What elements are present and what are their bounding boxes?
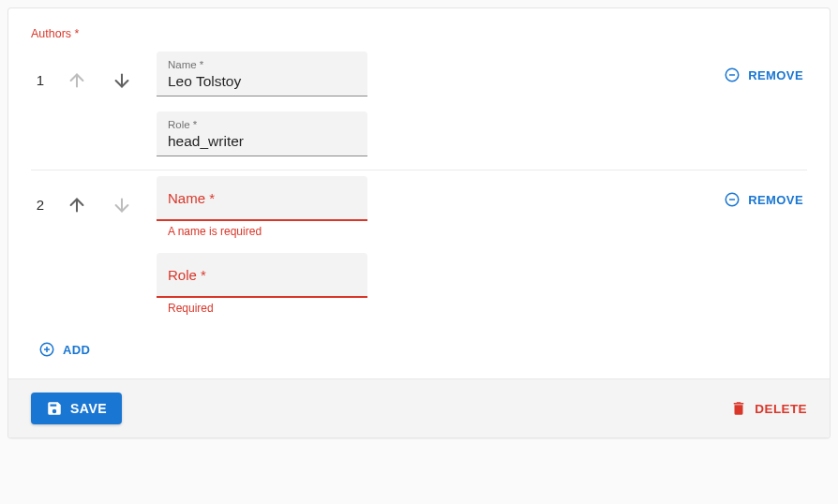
row-fields: Name * A name is required Role * Require… bbox=[157, 176, 720, 315]
card-body: Authors * 1 Name * bbox=[8, 8, 830, 378]
error-text: Required bbox=[157, 298, 367, 315]
remove-circle-icon bbox=[724, 67, 741, 83]
move-down-button bbox=[108, 191, 136, 219]
name-field-box[interactable]: Name * bbox=[157, 52, 367, 96]
delete-label: DELETE bbox=[755, 402, 807, 416]
reorder-controls bbox=[63, 52, 136, 95]
row-index: 1 bbox=[31, 52, 50, 88]
save-icon bbox=[46, 400, 63, 417]
move-up-button bbox=[63, 67, 91, 95]
field-label: Name * bbox=[168, 190, 356, 207]
name-field-box[interactable]: Name * bbox=[157, 176, 367, 221]
arrow-up-icon bbox=[67, 70, 87, 91]
name-field: Name * bbox=[157, 52, 367, 96]
save-label: SAVE bbox=[70, 401, 107, 416]
field-label: Role * bbox=[168, 267, 356, 284]
section-label: Authors * bbox=[31, 27, 807, 40]
remove-column: REMOVE bbox=[720, 52, 807, 89]
add-row: ADD bbox=[31, 328, 807, 371]
remove-column: REMOVE bbox=[720, 176, 807, 214]
delete-button[interactable]: DELETE bbox=[730, 400, 807, 417]
move-up-button[interactable] bbox=[63, 191, 91, 219]
role-field: Role * Required bbox=[157, 253, 367, 315]
add-label: ADD bbox=[63, 343, 90, 357]
remove-button[interactable]: REMOVE bbox=[720, 61, 807, 89]
move-down-button[interactable] bbox=[108, 67, 136, 95]
add-button[interactable]: ADD bbox=[35, 335, 94, 363]
role-field: Role * bbox=[157, 111, 367, 156]
reorder-controls bbox=[63, 176, 136, 219]
role-field-box[interactable]: Role * bbox=[157, 111, 367, 156]
arrow-down-icon bbox=[112, 195, 132, 215]
remove-circle-icon bbox=[724, 191, 741, 208]
remove-button[interactable]: REMOVE bbox=[720, 185, 807, 214]
form-card: Authors * 1 Name * bbox=[7, 7, 831, 438]
field-label: Role * bbox=[168, 119, 356, 132]
arrow-down-icon bbox=[112, 70, 132, 91]
trash-icon bbox=[730, 400, 747, 417]
author-row: 2 Name * A name is required bbox=[31, 170, 807, 328]
field-label: Name * bbox=[168, 59, 356, 72]
arrow-up-icon bbox=[67, 195, 87, 215]
remove-label: REMOVE bbox=[748, 193, 803, 207]
remove-label: REMOVE bbox=[748, 68, 803, 82]
row-fields: Name * Role * bbox=[157, 52, 720, 156]
row-index: 2 bbox=[31, 176, 50, 213]
save-button[interactable]: SAVE bbox=[31, 393, 122, 424]
name-input[interactable] bbox=[168, 73, 356, 90]
form-footer: SAVE DELETE bbox=[8, 378, 830, 437]
role-field-box[interactable]: Role * bbox=[157, 253, 367, 298]
error-text: A name is required bbox=[157, 221, 367, 238]
role-input[interactable] bbox=[168, 133, 356, 150]
author-row: 1 Name * Role * bbox=[31, 46, 807, 170]
name-field: Name * A name is required bbox=[157, 176, 367, 238]
add-circle-icon bbox=[38, 341, 55, 358]
